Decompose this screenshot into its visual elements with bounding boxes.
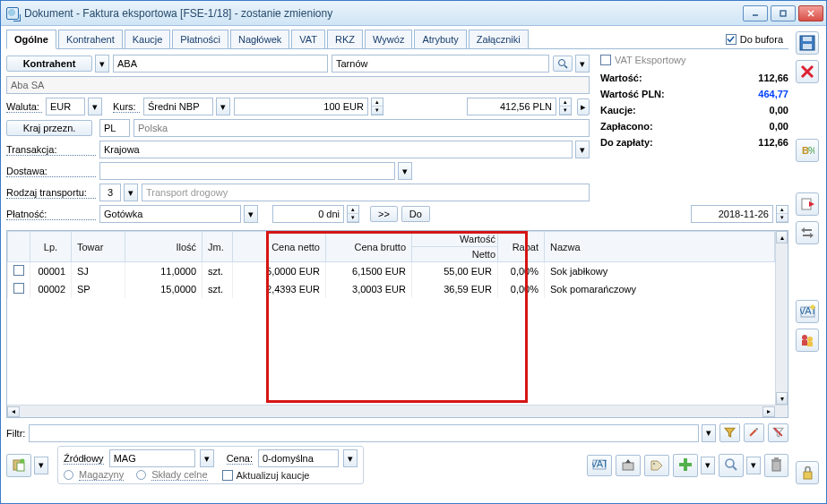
tab-atrybuty[interactable]: Atrybuty (414, 30, 466, 48)
table-row[interactable]: 00002 SP 15,0000 szt. 2,4393 EUR 3,0003 … (8, 280, 775, 298)
export-button[interactable] (616, 455, 641, 476)
do-bufora-checkbox[interactable]: Do bufora (726, 34, 783, 45)
search-kontrahent-button[interactable] (553, 56, 573, 72)
col-cena-netto[interactable]: Cena netto (233, 232, 326, 262)
cena-dropdown[interactable]: ▾ (343, 449, 358, 467)
side-vat-button[interactable]: VAT (796, 300, 819, 323)
minimize-button[interactable] (743, 5, 768, 21)
filtr-dropdown[interactable]: ▾ (702, 424, 716, 442)
platnosc-date-input[interactable] (691, 205, 773, 223)
rodzaj-dropdown[interactable]: ▾ (124, 184, 138, 201)
kontrahent-city-input[interactable] (332, 55, 549, 73)
filtr-funnel-button[interactable] (719, 423, 740, 442)
side-export-button[interactable] (796, 192, 819, 216)
kurs-type-input[interactable] (143, 98, 213, 115)
vat-eksportowy-checkbox[interactable]: VAT Eksportowy (600, 55, 685, 65)
tag-button[interactable] (644, 455, 669, 476)
magazyny-radio[interactable] (64, 470, 73, 480)
sum-zapl-k: Zapłacono: (600, 121, 653, 132)
mag-input[interactable] (109, 449, 195, 467)
sklady-radio[interactable] (136, 470, 146, 480)
platnosc-dni-spinner[interactable]: ▴▾ (347, 205, 359, 223)
platnosc-dni-input[interactable] (272, 205, 344, 223)
vat-tool-button[interactable]: VAT (587, 455, 612, 476)
kurs-pln-spinner[interactable]: ▴▾ (559, 98, 572, 115)
filtr-clear-button[interactable] (768, 423, 788, 442)
add-item-dropdown[interactable]: ▾ (701, 457, 715, 474)
side-users-button[interactable] (796, 329, 819, 352)
svg-marker-18 (651, 461, 662, 470)
platnosc-date-spinner[interactable]: ▴▾ (776, 205, 788, 223)
side-lock-button[interactable] (796, 461, 819, 484)
rodzaj-name-input (142, 184, 590, 201)
view-item-dropdown[interactable]: ▾ (746, 457, 761, 474)
add-item-button[interactable] (673, 454, 698, 477)
row-checkbox[interactable] (13, 265, 24, 276)
col-jm[interactable]: Jm. (202, 232, 233, 262)
dostawa-input[interactable] (99, 162, 395, 180)
filtr-edit-button[interactable] (744, 423, 764, 442)
transakcja-dropdown[interactable]: ▾ (575, 141, 590, 158)
col-lp[interactable]: Lp. (30, 232, 72, 262)
titlebar: Dokument - Faktura eksportowa [FSE-1/18]… (1, 1, 826, 26)
tab-kontrahent[interactable]: Kontrahent (58, 30, 123, 48)
kontrahent-button[interactable]: Kontrahent (6, 56, 92, 72)
zrodlowy-label[interactable]: Źródłowy (64, 453, 104, 465)
vat-eksportowy-label: VAT Eksportowy (615, 55, 685, 65)
table-hscroll[interactable]: ◂▸ (7, 405, 788, 417)
filtr-input[interactable] (29, 424, 699, 442)
table-vscroll[interactable]: ▴▾ (775, 231, 788, 405)
tab-kaucje[interactable]: Kaucje (125, 30, 171, 48)
cancel-button[interactable] (796, 60, 819, 83)
aktualizuj-kaucje-checkbox[interactable]: Aktualizuj kaucje (222, 470, 310, 481)
platnosc-fwd-button[interactable]: >> (370, 206, 398, 222)
tab-zalaczniki[interactable]: Załączniki (469, 30, 529, 48)
tab-naglowek[interactable]: Nagłówek (230, 30, 289, 48)
waluta-input[interactable] (46, 98, 85, 115)
rodzaj-label: Rodzaj transportu: (6, 187, 96, 199)
kurs-pln-input[interactable] (467, 98, 556, 115)
transakcja-input[interactable] (99, 141, 573, 158)
sum-wpln-v: 464,77 (758, 89, 788, 99)
paste-button[interactable] (6, 454, 31, 477)
kurs-value-input[interactable] (234, 98, 368, 115)
kurs-value-spinner[interactable]: ▴▾ (371, 98, 383, 115)
tab-rkz[interactable]: RKZ (327, 30, 363, 48)
col-ilosc[interactable]: Ilość (125, 232, 202, 262)
cena-select[interactable] (258, 449, 339, 467)
side-swap-button[interactable] (796, 221, 819, 244)
table-row[interactable]: 00001 SJ 11,0000 szt. 5,0000 EUR 6,1500 … (8, 262, 775, 281)
rodzaj-num-input[interactable] (99, 184, 121, 201)
col-cena-brutto[interactable]: Cena brutto (326, 232, 412, 262)
platnosc-do-button[interactable]: Do (401, 206, 430, 222)
mag-dropdown[interactable]: ▾ (200, 449, 214, 467)
paste-dropdown[interactable]: ▾ (34, 457, 48, 474)
tab-ogolne[interactable]: Ogólne (6, 30, 56, 49)
kurs-type-dropdown[interactable]: ▾ (216, 98, 230, 115)
side-percent-button[interactable]: B% (796, 139, 819, 162)
tab-wywoz[interactable]: Wywóz (365, 30, 412, 48)
maximize-button[interactable] (771, 5, 796, 21)
kraj-code-input[interactable] (99, 119, 130, 137)
save-button[interactable] (796, 31, 819, 55)
kontrahent-dropdown-icon[interactable]: ▾ (95, 55, 109, 73)
col-towar[interactable]: Towar (72, 232, 125, 262)
platnosc-input[interactable] (99, 205, 241, 223)
kontrahent-code-input[interactable] (113, 55, 328, 73)
kurs-next-button[interactable]: ▸ (577, 98, 590, 115)
tab-vat[interactable]: VAT (291, 30, 325, 48)
row-checkbox[interactable] (13, 283, 24, 294)
close-button[interactable] (798, 5, 823, 21)
col-rabat[interactable]: Rabat (498, 232, 545, 262)
view-item-button[interactable] (719, 454, 744, 477)
svg-text:%: % (808, 145, 814, 156)
search-kontrahent-dropdown[interactable]: ▾ (575, 55, 590, 73)
col-wartosc[interactable]: Wartość Netto (412, 232, 498, 262)
tab-platnosci[interactable]: Płatności (172, 30, 228, 48)
col-nazwa[interactable]: Nazwa (545, 232, 775, 262)
waluta-dropdown[interactable]: ▾ (88, 98, 102, 115)
dostawa-dropdown[interactable]: ▾ (398, 162, 412, 180)
kraj-button[interactable]: Kraj przezn. (6, 120, 92, 136)
platnosc-dropdown[interactable]: ▾ (244, 205, 258, 223)
delete-item-button[interactable] (764, 454, 788, 477)
